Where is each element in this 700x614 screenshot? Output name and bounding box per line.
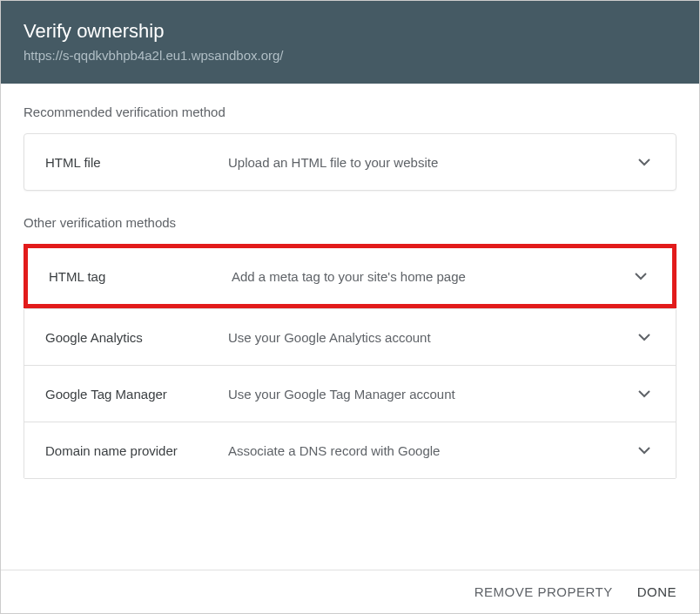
dialog-header: Verify ownership https://s-qqdkvbhpb4a2l… xyxy=(1,1,699,84)
recommended-label: Recommended verification method xyxy=(24,105,676,119)
chevron-down-icon xyxy=(634,383,655,404)
chevron-down-icon xyxy=(634,327,655,347)
method-name: HTML file xyxy=(45,155,228,170)
method-html-file[interactable]: HTML file Upload an HTML file to your we… xyxy=(24,133,676,191)
dialog-footer: REMOVE PROPERTY DONE xyxy=(1,570,699,613)
method-html-tag[interactable]: HTML tag Add a meta tag to your site's h… xyxy=(28,248,672,304)
other-label: Other verification methods xyxy=(24,215,676,230)
other-methods-list: Google Analytics Use your Google Analyti… xyxy=(24,308,676,479)
highlighted-method: HTML tag Add a meta tag to your site's h… xyxy=(24,244,676,308)
method-google-tag-manager[interactable]: Google Tag Manager Use your Google Tag M… xyxy=(24,366,676,422)
method-name: Domain name provider xyxy=(45,443,228,458)
method-name: Google Analytics xyxy=(45,330,228,345)
remove-property-button[interactable]: REMOVE PROPERTY xyxy=(475,584,613,599)
method-desc: Upload an HTML file to your website xyxy=(228,155,634,170)
method-google-analytics[interactable]: Google Analytics Use your Google Analyti… xyxy=(24,309,676,366)
dialog-subtitle: https://s-qqdkvbhpb4a2l.eu1.wpsandbox.or… xyxy=(24,48,676,63)
chevron-down-icon xyxy=(634,440,655,461)
method-domain-name-provider[interactable]: Domain name provider Associate a DNS rec… xyxy=(24,422,676,478)
method-name: Google Tag Manager xyxy=(45,387,228,401)
method-desc: Associate a DNS record with Google xyxy=(228,443,634,458)
dialog-title: Verify ownership xyxy=(24,20,676,43)
done-button[interactable]: DONE xyxy=(637,584,676,599)
method-desc: Use your Google Analytics account xyxy=(228,330,634,345)
dialog-content: Recommended verification method HTML fil… xyxy=(1,84,699,570)
method-desc: Add a meta tag to your site's home page xyxy=(232,269,630,284)
chevron-down-icon xyxy=(630,266,651,287)
method-name: HTML tag xyxy=(49,269,232,284)
method-desc: Use your Google Tag Manager account xyxy=(228,387,634,401)
chevron-down-icon xyxy=(634,152,655,172)
